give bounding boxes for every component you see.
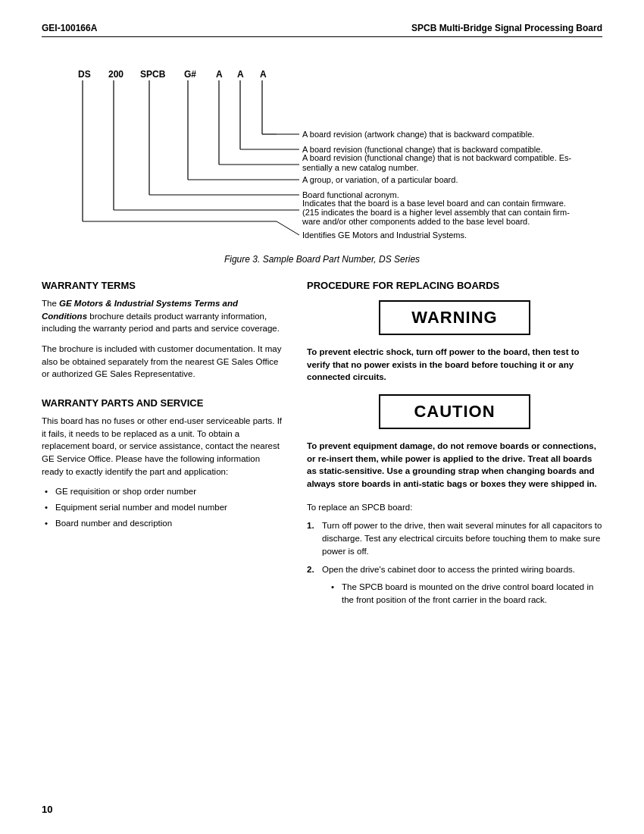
svg-text:Identifies GE Motors and Indus: Identifies GE Motors and Industrial Syst… <box>302 230 467 240</box>
warranty-terms-para1: The GE Motors & Industrial Systems Terms… <box>42 297 284 335</box>
svg-text:DS: DS <box>78 69 91 80</box>
steps-list: 1. Turn off power to the drive, then wai… <box>307 519 602 606</box>
list-item: 1. Turn off power to the drive, then wai… <box>307 519 602 557</box>
diagram-container: DS 200 SPCB G# A A A <box>64 58 580 248</box>
list-item: The SPCB board is mounted on the drive c… <box>330 581 602 606</box>
main-content: WARRANTY TERMS The GE Motors & Industria… <box>42 280 602 612</box>
warranty-parts-para1: This board has no fuses or other end-use… <box>42 415 284 478</box>
warranty-parts-list: GE requisition or shop order number Equi… <box>42 485 284 529</box>
svg-text:(215 indicates the board is a : (215 indicates the board is a higher lev… <box>302 208 570 217</box>
svg-text:ware and/or other components a: ware and/or other components added to th… <box>302 217 530 226</box>
list-item: Board number and description <box>42 517 284 530</box>
step-number: 1. <box>307 519 314 532</box>
caution-box: CAUTION <box>379 394 530 429</box>
list-item: 2. Open the drive's cabinet door to acce… <box>307 563 602 606</box>
list-item: Equipment serial number and model number <box>42 501 284 514</box>
page-footer: 10 <box>42 804 52 815</box>
header-right: SPCB Multi-Bridge Signal Processing Boar… <box>411 23 602 33</box>
warranty-parts-section: WARRANTY PARTS AND SERVICE This board ha… <box>42 397 284 529</box>
page-number: 10 <box>42 804 52 815</box>
svg-text:200: 200 <box>108 69 123 80</box>
caution-text: To prevent equipment damage, do not remo… <box>307 440 602 491</box>
svg-text:A: A <box>237 69 244 80</box>
replace-intro: To replace an SPCB board: <box>307 501 602 514</box>
page-header: GEI-100166A SPCB Multi-Bridge Signal Pro… <box>42 23 602 37</box>
caution-label: CAUTION <box>414 402 495 421</box>
svg-text:A group, or variation, of a pa: A group, or variation, of a particular b… <box>302 175 458 184</box>
svg-text:G#: G# <box>184 69 196 80</box>
procedure-heading: PROCEDURE FOR REPLACING BOARDS <box>307 280 602 291</box>
warning-box: WARNING <box>379 300 530 335</box>
warning-text: To prevent electric shock, turn off powe… <box>307 346 602 384</box>
step-text: Open the drive's cabinet door to access … <box>322 565 575 574</box>
warning-label: WARNING <box>411 308 497 327</box>
warranty-parts-heading: WARRANTY PARTS AND SERVICE <box>42 397 284 409</box>
svg-text:A board revision (artwork chan: A board revision (artwork change) that i… <box>302 130 534 139</box>
svg-text:SPCB: SPCB <box>140 69 166 80</box>
sub-bullet-list: The SPCB board is mounted on the drive c… <box>330 581 602 606</box>
right-column: PROCEDURE FOR REPLACING BOARDS WARNING T… <box>307 280 602 612</box>
part-number-diagram: DS 200 SPCB G# A A A <box>64 58 580 248</box>
list-item: GE requisition or shop order number <box>42 485 284 498</box>
figure-caption: Figure 3. Sample Board Part Number, DS S… <box>42 254 602 265</box>
svg-text:sentially a new catalog number: sentially a new catalog number. <box>302 163 418 172</box>
step-number: 2. <box>307 563 314 576</box>
header-left: GEI-100166A <box>42 23 97 33</box>
svg-text:Indicates that the board is a : Indicates that the board is a base level… <box>302 199 566 208</box>
warranty-terms-heading: WARRANTY TERMS <box>42 280 284 291</box>
page: GEI-100166A SPCB Multi-Bridge Signal Pro… <box>0 0 644 834</box>
diagram-section: DS 200 SPCB G# A A A <box>42 51 602 265</box>
step-text: Turn off power to the drive, then wait s… <box>322 521 602 555</box>
svg-text:A: A <box>216 69 223 80</box>
svg-text:A board revision (functional c: A board revision (functional change) tha… <box>302 153 572 162</box>
warranty-terms-para2: The brochure is included with customer d… <box>42 343 284 381</box>
warranty-terms-section: WARRANTY TERMS The GE Motors & Industria… <box>42 280 284 381</box>
svg-line-36 <box>277 221 299 235</box>
left-column: WARRANTY TERMS The GE Motors & Industria… <box>42 280 284 612</box>
svg-text:A: A <box>260 69 267 80</box>
